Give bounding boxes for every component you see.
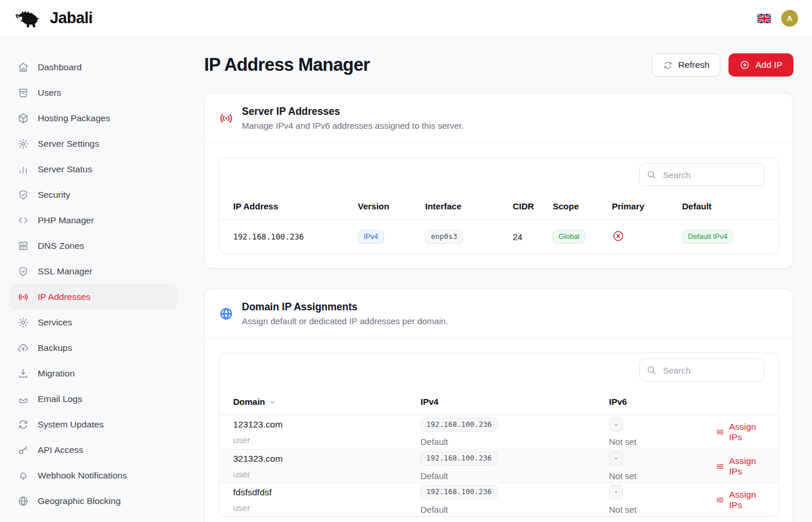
server-ip-search-input[interactable] — [639, 163, 764, 186]
card-subtitle: Manage IPv4 and IPv6 addresses assigned … — [242, 121, 464, 130]
domain-search — [639, 358, 764, 382]
sidebar-item-label: IP Addresses — [38, 292, 90, 302]
sidebar-item-services[interactable]: Services — [9, 310, 177, 335]
sidebar-item-geographic-blocking[interactable]: Geographic Blocking — [9, 488, 177, 514]
top-bar: Jabali A — [0, 0, 812, 37]
not-primary-icon[interactable] — [612, 230, 625, 242]
cloud-upload-icon — [17, 342, 29, 354]
domain-owner: user — [233, 503, 420, 513]
language-flag-uk-icon[interactable] — [757, 14, 771, 23]
ipv6-status: Not set — [609, 437, 716, 447]
sidebar-item-hosting-packages[interactable]: Hosting Packages — [9, 106, 177, 131]
assign-ips-button[interactable]: Assign IPs — [716, 490, 764, 510]
sidebar-item-server-settings[interactable]: Server Settings — [9, 131, 177, 157]
sidebar-item-label: SSL Manager — [38, 266, 92, 277]
sidebar-item-label: PHP Manager — [38, 215, 94, 226]
sidebar-item-webhook-notifications[interactable]: Webhook Notifications — [9, 463, 177, 488]
globe-icon — [17, 495, 29, 507]
column-header-primary: Primary — [612, 201, 682, 211]
shield-check-icon — [17, 189, 29, 201]
add-ip-button-label: Add IP — [755, 60, 782, 70]
sidebar-item-label: Backups — [38, 343, 72, 353]
column-header-ipv6: IPv6 — [609, 397, 716, 407]
assign-ips-button[interactable]: Assign IPs — [716, 456, 764, 477]
globe-icon — [219, 306, 234, 321]
domain-search-input[interactable] — [639, 358, 764, 382]
sliders-icon — [716, 495, 724, 505]
assign-ips-button[interactable]: Assign IPs — [716, 422, 764, 443]
ipv4-status: Default — [420, 471, 609, 481]
brand-name: Jabali — [50, 9, 93, 27]
sidebar-item-server-status[interactable]: Server Status — [9, 157, 177, 182]
sidebar-item-dashboard[interactable]: Dashboard — [9, 55, 177, 80]
column-header-interface: Interface — [425, 201, 513, 211]
sidebar-item-ssl-manager[interactable]: SSL Manager — [9, 259, 177, 284]
column-header-ip-address: IP Address — [233, 201, 358, 211]
refresh-button-label: Refresh — [678, 60, 709, 70]
assign-ips-label: Assign IPs — [729, 422, 764, 443]
package-icon — [17, 113, 29, 124]
server-stack-icon — [17, 240, 29, 252]
refresh-button[interactable]: Refresh — [652, 53, 720, 77]
sliders-icon — [716, 461, 724, 472]
sidebar-item-label: Webhook Notifications — [38, 470, 127, 481]
column-header-domain: Domain — [233, 397, 265, 407]
server-ip-table-row: 192.168.100.236 IPv4 enp0s3 24 Global De… — [219, 220, 778, 253]
archive-box-icon — [17, 87, 29, 99]
column-header-domain-sort[interactable]: Domain — [233, 397, 420, 407]
sidebar-item-dns-zones[interactable]: DNS Zones — [9, 233, 177, 259]
brand[interactable]: Jabali — [14, 8, 93, 29]
sidebar-item-label: Email Logs — [38, 394, 82, 404]
sidebar-item-label: Geographic Blocking — [38, 496, 121, 506]
column-header-version: Version — [358, 201, 425, 211]
server-ip-table-header: IP Address Version Interface CIDR Scope … — [219, 193, 778, 220]
domain-ip-assignments-card: Domain IP Assignments Assign default or … — [204, 288, 793, 522]
plus-circle-icon — [740, 60, 750, 70]
gear-icon — [17, 138, 29, 150]
server-ip-search — [639, 163, 764, 186]
server-ip-addresses-card: Server IP Addresses Manage IPv4 and IPv6… — [204, 93, 793, 269]
sidebar-item-migration[interactable]: Migration — [9, 361, 177, 386]
interface-badge: enp0s3 — [425, 230, 463, 244]
broadcast-icon — [219, 111, 234, 126]
add-ip-button[interactable]: Add IP — [728, 53, 793, 77]
sidebar: Dashboard Users Hosting Packages Server … — [0, 37, 187, 522]
scope-badge: Global — [553, 230, 585, 244]
inbox-icon — [17, 393, 29, 405]
broadcast-icon — [17, 291, 29, 303]
sidebar-item-label: Security — [38, 190, 70, 200]
chevron-down-icon — [269, 398, 277, 406]
ipv4-status: Default — [420, 505, 609, 514]
sidebar-item-label: Hosting Packages — [38, 113, 110, 124]
shield-check-icon — [17, 266, 29, 277]
sidebar-item-php-manager[interactable]: PHP Manager — [9, 208, 177, 233]
sidebar-item-ip-addresses[interactable]: IP Addresses — [9, 284, 177, 310]
ipv4-status: Default — [420, 437, 609, 447]
sidebar-item-label: Services — [38, 317, 72, 328]
ip-address-value: 192.168.100.236 — [233, 232, 358, 241]
ipv6-badge: - — [609, 418, 623, 432]
sidebar-item-label: Migration — [38, 368, 75, 379]
refresh-icon — [663, 60, 673, 70]
sidebar-item-users[interactable]: Users — [9, 80, 177, 106]
ipv6-badge: - — [609, 451, 623, 466]
user-avatar[interactable]: A — [781, 10, 798, 27]
key-icon — [17, 444, 29, 456]
sidebar-item-system-updates[interactable]: System Updates — [9, 412, 177, 437]
sync-icon — [17, 419, 29, 430]
sidebar-item-security[interactable]: Security — [9, 182, 177, 208]
sidebar-item-backups[interactable]: Backups — [9, 335, 177, 361]
column-header-scope: Scope — [553, 201, 612, 211]
gear-icon — [17, 317, 29, 328]
bell-icon — [17, 470, 29, 481]
sidebar-item-api-access[interactable]: API Access — [9, 437, 177, 463]
domain-table-row: 123123.com user 192.168.100.236 Default … — [219, 415, 778, 449]
boar-logo-icon — [14, 8, 44, 29]
column-header-cidr: CIDR — [513, 201, 553, 211]
sidebar-item-email-logs[interactable]: Email Logs — [9, 386, 177, 412]
card-title: Domain IP Assignments — [242, 301, 448, 313]
download-icon — [17, 368, 29, 379]
domain-table-row: 321323.com user 192.168.100.236 Default … — [219, 449, 778, 483]
ipv4-badge: 192.168.100.236 — [420, 451, 498, 466]
sidebar-item-label: Server Status — [38, 164, 92, 175]
